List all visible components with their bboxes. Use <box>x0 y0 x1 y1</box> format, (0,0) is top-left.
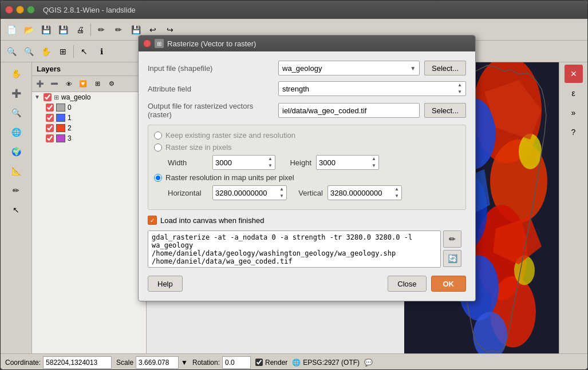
horiz-vert-row: Horizontal 3280.00000000 ▲ ▼ Vertical 32… <box>168 185 460 200</box>
sidebar-zoom-btn[interactable]: 🔍 <box>7 104 25 122</box>
input-file-row: Input file (shapefile) wa_geology ▼ Sele… <box>148 61 466 75</box>
layer-3-checkbox[interactable] <box>46 134 54 142</box>
radio-size-pixels-label: Raster size in pixels <box>165 143 232 152</box>
width-up[interactable]: ▲ <box>268 156 273 162</box>
height-value: 3000 <box>319 158 372 167</box>
command-textarea[interactable] <box>148 230 441 268</box>
zoom-in-button[interactable]: 🔍 <box>3 43 19 59</box>
layers-add-btn[interactable]: ➕ <box>34 78 46 90</box>
print-button[interactable]: 🖨 <box>72 22 88 38</box>
radio-resolution[interactable] <box>154 174 162 182</box>
save-button[interactable]: 💾 <box>38 22 54 38</box>
edit2-button[interactable]: ✏ <box>111 22 127 38</box>
width-spinbox[interactable]: 3000 ▲ ▼ <box>212 155 275 170</box>
command-edit-btn[interactable]: ✏ <box>443 230 461 248</box>
input-file-combo[interactable]: wa_geology ▼ <box>278 61 420 75</box>
output-file-input[interactable] <box>278 103 420 118</box>
ok-button[interactable]: OK <box>431 276 467 292</box>
sidebar-select-btn[interactable]: ↖ <box>7 201 25 219</box>
horizontal-spinbox[interactable]: 3280.00000000 ▲ ▼ <box>212 185 287 200</box>
rotation-input[interactable] <box>222 356 251 369</box>
vert-down[interactable]: ▼ <box>394 193 399 200</box>
save-as-button[interactable]: 💾 <box>55 22 71 38</box>
height-up[interactable]: ▲ <box>372 156 376 162</box>
scale-input[interactable] <box>136 356 179 369</box>
layer-item-2[interactable]: 2 <box>32 123 146 133</box>
layer-3-swatch <box>56 134 65 142</box>
layer-item-3[interactable]: 3 <box>32 133 146 144</box>
layer-expand-icon[interactable]: ▼ <box>34 94 41 101</box>
sidebar-globe-btn[interactable]: 🌍 <box>7 142 25 161</box>
layers-grid-btn[interactable]: ⊞ <box>91 78 104 90</box>
radio-keep-existing[interactable] <box>154 132 162 140</box>
layer-parent-name: wa_geolo <box>61 93 90 101</box>
new-file-button[interactable]: 📄 <box>3 22 19 38</box>
height-down[interactable]: ▼ <box>372 162 376 169</box>
right-btn-1[interactable]: ✕ <box>565 65 583 83</box>
zoom-out-button[interactable]: 🔍 <box>21 43 37 59</box>
layer-item-parent[interactable]: ▼ ⊞ wa_geolo <box>32 92 146 102</box>
coordinate-input[interactable] <box>43 356 112 369</box>
window-close-button[interactable] <box>5 6 13 14</box>
render-checkbox[interactable] <box>255 359 263 366</box>
right-btn-2[interactable]: ε <box>565 84 583 102</box>
horiz-down[interactable]: ▼ <box>279 193 284 200</box>
dialog-footer: Help Close OK <box>148 273 466 292</box>
window-maximize-button[interactable] <box>27 6 35 14</box>
output-file-select-btn[interactable]: Select... <box>424 103 466 118</box>
layer-parent-checkbox[interactable] <box>44 93 52 101</box>
vertical-value: 3280.00000000 <box>330 189 394 197</box>
status-rotation: Rotation: <box>192 356 251 369</box>
attribute-field-value: strength <box>282 85 309 93</box>
vert-up[interactable]: ▲ <box>394 186 399 193</box>
load-checkbox[interactable]: ✓ <box>148 216 157 225</box>
right-btn-3[interactable]: » <box>565 104 583 122</box>
input-file-select-btn[interactable]: Select... <box>424 61 466 75</box>
right-btn-4[interactable]: ? <box>565 123 583 141</box>
pan-button[interactable]: ✋ <box>38 43 54 59</box>
layer-1-checkbox[interactable] <box>46 114 54 122</box>
close-button[interactable]: Close <box>388 276 426 292</box>
dialog-close-icon[interactable] <box>143 39 151 47</box>
command-refresh-btn[interactable]: 🔄 <box>443 250 461 267</box>
layers-remove-btn[interactable]: ➖ <box>48 78 61 90</box>
toolbar-sep-1 <box>90 23 91 36</box>
vertical-spinbox[interactable]: 3280.00000000 ▲ ▼ <box>327 185 402 200</box>
input-file-value: wa_geology <box>282 64 322 73</box>
dialog-title: Rasterize (Vector to raster) <box>167 39 256 48</box>
footer-right: Close OK <box>388 276 466 292</box>
layer-0-checkbox[interactable] <box>46 104 54 112</box>
help-button[interactable]: Help <box>148 276 183 292</box>
status-messages[interactable]: 💬 <box>364 359 373 367</box>
window-minimize-button[interactable] <box>16 6 24 14</box>
layer-2-checkbox[interactable] <box>46 124 54 132</box>
width-label: Width <box>168 158 208 167</box>
sidebar-measure-btn[interactable]: 📐 <box>7 162 25 180</box>
layers-settings-btn[interactable]: ⚙ <box>105 78 118 90</box>
messages-icon: 💬 <box>364 359 373 367</box>
identify-button[interactable]: ℹ <box>93 43 109 59</box>
sidebar-pan-btn[interactable]: ✋ <box>7 65 25 83</box>
open-file-button[interactable]: 📂 <box>21 22 37 38</box>
height-spinbox[interactable]: 3000 ▲ ▼ <box>316 155 379 170</box>
layers-eye-btn[interactable]: 👁 <box>62 78 75 90</box>
layers-filter-btn[interactable]: 🔽 <box>77 78 89 90</box>
edit-button[interactable]: ✏ <box>93 22 109 38</box>
width-value: 3000 <box>215 158 268 167</box>
attr-down-arrow[interactable]: ▼ <box>457 89 462 96</box>
horiz-up[interactable]: ▲ <box>279 186 284 193</box>
radio-keep-existing-row: Keep existing raster size and resolution <box>154 131 460 140</box>
layer-item-1[interactable]: 1 <box>32 113 146 123</box>
attr-up-arrow[interactable]: ▲ <box>457 82 462 89</box>
render-label: Render <box>265 359 287 367</box>
scale-dropdown-arrow[interactable]: ▼ <box>181 359 188 367</box>
sidebar-info-btn[interactable]: 🌐 <box>7 123 25 141</box>
width-down[interactable]: ▼ <box>268 162 273 169</box>
sidebar-annotate-btn[interactable]: ✏ <box>7 181 25 200</box>
zoom-extent-button[interactable]: ⊞ <box>55 43 71 59</box>
sidebar-add-btn[interactable]: ➕ <box>7 84 25 102</box>
layer-item-0[interactable]: 0 <box>32 102 146 113</box>
radio-size-pixels[interactable] <box>154 144 162 152</box>
attribute-field-combo[interactable]: strength ▲ ▼ <box>278 81 466 96</box>
select-features-button[interactable]: ↖ <box>76 43 92 59</box>
